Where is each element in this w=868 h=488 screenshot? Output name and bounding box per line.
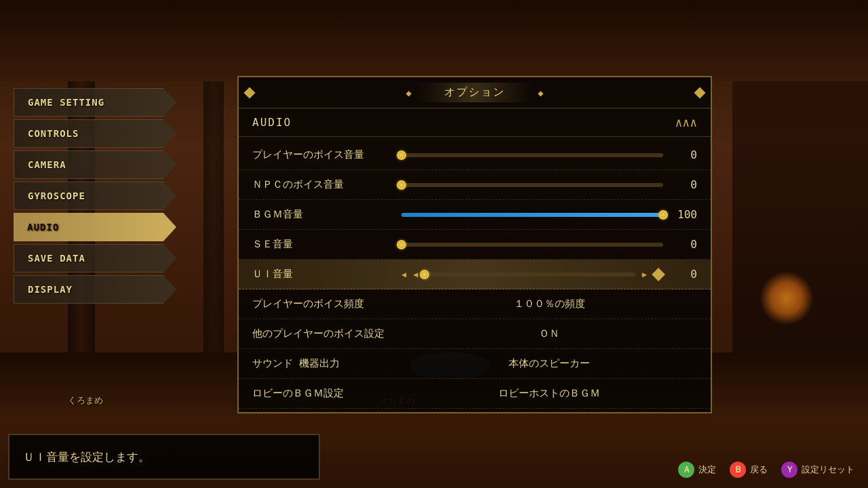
- arrow-left2-icon[interactable]: ◀: [413, 270, 418, 279]
- lantern-glow: [760, 271, 814, 325]
- ceiling-beam-1: [0, 0, 868, 68]
- btn-y-label: Ｙ: [785, 464, 794, 476]
- title-diamond-left: [244, 87, 256, 98]
- slider-thumb-ui-vol[interactable]: [420, 270, 429, 279]
- setting-label-npc-voice-vol: ＮＰＣのボイス音量: [252, 178, 401, 191]
- setting-row-player-voice-freq[interactable]: プレイヤーのボイス頻度 １００％の頻度: [239, 289, 711, 319]
- setting-row-bgm-vol[interactable]: ＢＧＭ音量 100: [239, 200, 711, 230]
- setting-row-other-voice[interactable]: 他のプレイヤーのボイス設定 ＯＮ: [239, 319, 711, 349]
- slider-thumb-bgm-vol[interactable]: [658, 210, 668, 220]
- slider-thumb-se-vol[interactable]: [397, 240, 406, 249]
- sidebar-item-gyroscope[interactable]: GYROSCOPE: [14, 182, 176, 210]
- setting-select-sound-output: 本体のスピーカー: [401, 357, 697, 370]
- setting-control-player-voice-vol: [401, 153, 663, 157]
- diamond-button[interactable]: [652, 268, 665, 281]
- btn-hint-confirm: Ａ 決定: [678, 462, 716, 478]
- hint-text: ＵＩ音量を設定します。: [23, 449, 150, 465]
- btn-a[interactable]: Ａ: [678, 462, 694, 478]
- btn-b[interactable]: Ｂ: [730, 462, 746, 478]
- btn-b-label: Ｂ: [734, 464, 743, 476]
- settings-list: プレイヤーのボイス音量 0 ＮＰＣのボイス音量 0 ＢＧＭ音量: [239, 137, 711, 412]
- setting-control-lobby-bgm: ロビーホストのＢＧＭ: [401, 387, 697, 400]
- sidebar-item-audio[interactable]: AUDIO: [14, 213, 176, 241]
- sidebar-label-camera: CAMERA: [28, 159, 66, 170]
- setting-control-other-voice: ＯＮ: [401, 327, 697, 340]
- audio-icon: ∧∧∧: [675, 115, 697, 129]
- btn-y-action: 設定リセット: [802, 464, 854, 476]
- slider-track-bgm-vol[interactable]: [401, 213, 663, 217]
- setting-control-npc-voice-vol: [401, 183, 663, 187]
- setting-label-player-voice-vol: プレイヤーのボイス音量: [252, 148, 401, 161]
- setting-value-se-vol: 0: [670, 238, 697, 251]
- title-diamond-right: [694, 87, 706, 98]
- hint-box: ＵＩ音量を設定します。: [8, 434, 320, 480]
- sidebar-label-display: DISPLAY: [28, 284, 73, 295]
- slider-track-npc-voice-vol[interactable]: [401, 183, 663, 187]
- slider-track-player-voice-vol[interactable]: [401, 153, 663, 157]
- player1-name: くろまめ: [68, 394, 103, 407]
- btn-y[interactable]: Ｙ: [781, 462, 797, 478]
- setting-label-bgm-vol: ＢＧＭ音量: [252, 208, 401, 221]
- setting-control-se-vol: [401, 243, 663, 247]
- btn-a-action: 決定: [698, 464, 716, 476]
- setting-row-se-vol[interactable]: ＳＥ音量 0: [239, 230, 711, 260]
- sidebar-label-audio: AUDIO: [27, 222, 59, 232]
- setting-select-other-voice: ＯＮ: [401, 327, 697, 340]
- setting-select-player-voice-freq: １００％の頻度: [401, 298, 697, 310]
- btn-hint-reset: Ｙ 設定リセット: [781, 462, 854, 478]
- slider-fill-bgm-vol: [401, 213, 663, 217]
- setting-value-npc-voice-vol: 0: [670, 178, 697, 191]
- setting-row-npc-voice-vol[interactable]: ＮＰＣのボイス音量 0: [239, 170, 711, 200]
- setting-label-se-vol: ＳＥ音量: [252, 238, 401, 251]
- section-title: AUDIO: [252, 116, 292, 129]
- slider-track-ui-vol[interactable]: [425, 272, 635, 277]
- setting-label-sound-output: サウンド 機器出力: [252, 357, 401, 370]
- sidebar-item-save-data[interactable]: SAVE DATA: [14, 244, 176, 272]
- setting-label-ui-vol: ＵＩ音量: [252, 268, 401, 281]
- slider-thumb-player-voice-vol[interactable]: [397, 150, 406, 160]
- setting-value-ui-vol: 0: [670, 268, 697, 281]
- setting-row-sound-output[interactable]: サウンド 機器出力 本体のスピーカー: [239, 349, 711, 379]
- slider-thumb-npc-voice-vol[interactable]: [397, 180, 406, 190]
- section-header: AUDIO ∧∧∧: [239, 108, 711, 137]
- sidebar-item-controls[interactable]: CONTROLS: [14, 119, 176, 148]
- panel-title-text: オプション: [444, 85, 505, 98]
- setting-control-player-voice-freq: １００％の頻度: [401, 298, 697, 310]
- sidebar-label-game-setting: GAME SETTING: [28, 97, 104, 108]
- slider-track-se-vol[interactable]: [401, 243, 663, 247]
- setting-label-other-voice: 他のプレイヤーのボイス設定: [252, 327, 401, 340]
- setting-row-lobby-bgm[interactable]: ロビーのＢＧＭ設定 ロビーホストのＢＧＭ: [239, 379, 711, 409]
- setting-control-sound-output: 本体のスピーカー: [401, 357, 697, 370]
- sidebar-item-camera[interactable]: CAMERA: [14, 150, 176, 179]
- sidebar-label-save-data: SAVE DATA: [28, 253, 85, 264]
- setting-control-bgm-vol: [401, 213, 663, 217]
- btn-hint-back: Ｂ 戻る: [730, 462, 768, 478]
- arrow-right-icon[interactable]: ▶: [642, 270, 647, 279]
- btn-b-action: 戻る: [750, 464, 768, 476]
- sidebar-item-display[interactable]: DISPLAY: [14, 275, 176, 304]
- options-panel: オプション AUDIO ∧∧∧ プレイヤーのボイス音量 0 ＮＰＣのボイス音量: [237, 76, 712, 413]
- setting-row-ui-vol[interactable]: ＵＩ音量 ◀ ◀ ▶ 0: [239, 260, 711, 289]
- setting-row-player-voice-vol[interactable]: プレイヤーのボイス音量 0: [239, 140, 711, 170]
- setting-select-lobby-bgm: ロビーホストのＢＧＭ: [401, 387, 697, 400]
- panel-title-bar: オプション: [239, 77, 711, 108]
- arrow-left-icon[interactable]: ◀: [401, 270, 406, 279]
- setting-label-lobby-bgm: ロビーのＢＧＭ設定: [252, 387, 401, 400]
- sidebar-label-gyroscope: GYROSCOPE: [28, 190, 85, 201]
- sidebar-label-controls: CONTROLS: [28, 128, 79, 139]
- setting-label-player-voice-freq: プレイヤーのボイス頻度: [252, 298, 401, 310]
- btn-a-label: Ａ: [682, 464, 691, 476]
- bottom-controls: Ａ 決定 Ｂ 戻る Ｙ 設定リセット: [678, 462, 854, 478]
- setting-value-player-voice-vol: 0: [670, 148, 697, 161]
- setting-value-bgm-vol: 100: [670, 208, 697, 221]
- sidebar-item-game-setting[interactable]: GAME SETTING: [14, 88, 176, 117]
- setting-control-ui-vol: ◀ ◀ ▶: [401, 270, 663, 279]
- nav-panel: GAME SETTING CONTROLS CAMERA GYROSCOPE A…: [14, 88, 176, 304]
